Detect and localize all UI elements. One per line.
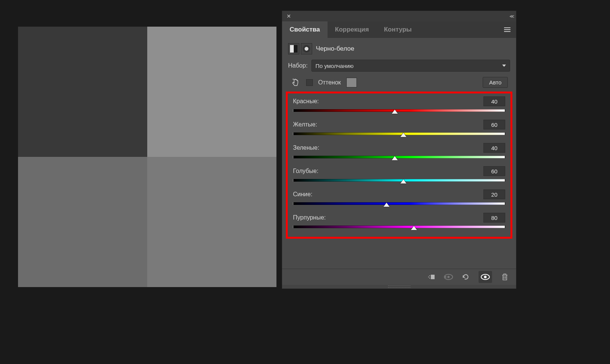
color-sliders-highlight: Красные:40Желтые:60Зеленые:40Голубые:60С… <box>286 92 512 239</box>
slider-group: Голубые:60 <box>293 166 505 184</box>
svg-point-2 <box>447 276 450 278</box>
slider-thumb[interactable] <box>384 203 390 207</box>
slider-value-input[interactable]: 60 <box>483 120 505 129</box>
slider-thumb[interactable] <box>400 133 406 137</box>
tab-paths[interactable]: Контуры <box>376 21 419 38</box>
adjustment-header: Черно-белое <box>288 43 510 54</box>
slider-thumb[interactable] <box>411 226 417 230</box>
properties-panel: ✕ << Свойства Коррекция Контуры Черно-бе… <box>282 11 516 289</box>
adjustment-title: Черно-белое <box>316 45 354 53</box>
svg-point-4 <box>484 276 487 278</box>
preset-value: По умолчанию <box>316 63 353 69</box>
panel-tab-bar: Свойства Коррекция Контуры <box>282 21 516 38</box>
slider-value-input[interactable]: 80 <box>483 213 505 223</box>
slider-track[interactable] <box>293 132 505 137</box>
preview-quadrant-3 <box>18 157 147 287</box>
slider-track[interactable] <box>293 108 505 114</box>
slider-group: Синие:20 <box>293 190 505 207</box>
slider-track[interactable] <box>293 225 505 230</box>
slider-group: Пурпурные:80 <box>293 213 505 230</box>
slider-label: Пурпурные: <box>293 214 326 221</box>
slider-label: Красные: <box>293 98 319 105</box>
slider-track[interactable] <box>293 202 505 207</box>
tint-row: Оттенок Авто <box>288 77 510 88</box>
view-previous-state-icon[interactable] <box>444 272 453 281</box>
collapse-panel-icon[interactable]: << <box>510 14 513 19</box>
slider-value-input[interactable]: 40 <box>483 143 505 153</box>
tint-color-swatch[interactable] <box>346 78 357 87</box>
slider-group: Красные:40 <box>293 96 505 114</box>
targeted-adjustment-icon[interactable] <box>290 77 301 88</box>
black-white-icon <box>288 43 299 54</box>
slider-thumb[interactable] <box>392 156 398 160</box>
close-icon[interactable]: ✕ <box>285 12 293 20</box>
panel-body: Черно-белое Набор: По умолчанию Оттенок … <box>282 38 516 269</box>
tint-label: Оттенок <box>318 79 341 86</box>
panel-resize-grip[interactable] <box>282 285 516 289</box>
slider-label: Зеленые: <box>293 144 319 151</box>
delete-icon[interactable] <box>500 272 509 281</box>
slider-track[interactable] <box>293 178 505 184</box>
auto-button[interactable]: Авто <box>483 77 508 88</box>
preset-label: Набор: <box>288 62 308 69</box>
panel-menu-icon[interactable] <box>502 24 512 35</box>
slider-value-input[interactable]: 20 <box>483 190 505 199</box>
preview-quadrant-1 <box>18 27 147 157</box>
panel-footer <box>282 269 516 285</box>
preset-row: Набор: По умолчанию <box>288 60 510 72</box>
preview-quadrant-2 <box>147 27 276 157</box>
slider-value-input[interactable]: 60 <box>483 166 505 176</box>
slider-value-input[interactable]: 40 <box>483 96 505 106</box>
slider-group: Желтые:60 <box>293 120 505 137</box>
canvas-preview <box>18 27 276 287</box>
panel-titlebar: ✕ << <box>282 11 516 21</box>
slider-label: Голубые: <box>293 168 319 174</box>
slider-thumb[interactable] <box>400 179 406 184</box>
layer-mask-icon[interactable] <box>301 43 312 54</box>
preview-quadrant-4 <box>147 157 276 287</box>
tab-adjustments[interactable]: Коррекция <box>328 21 376 38</box>
slider-group: Зеленые:40 <box>293 143 505 160</box>
slider-label: Желтые: <box>293 121 317 128</box>
reset-icon[interactable] <box>461 272 470 281</box>
preset-dropdown[interactable]: По умолчанию <box>311 60 510 72</box>
chevron-down-icon <box>502 65 506 67</box>
svg-rect-0 <box>431 275 435 279</box>
slider-thumb[interactable] <box>392 110 398 114</box>
tab-properties[interactable]: Свойства <box>282 21 328 38</box>
slider-label: Синие: <box>293 191 313 198</box>
slider-track[interactable] <box>293 155 505 160</box>
toggle-visibility-icon[interactable] <box>479 271 492 283</box>
tint-checkbox[interactable] <box>306 79 313 86</box>
clip-to-layer-icon[interactable] <box>427 272 436 281</box>
